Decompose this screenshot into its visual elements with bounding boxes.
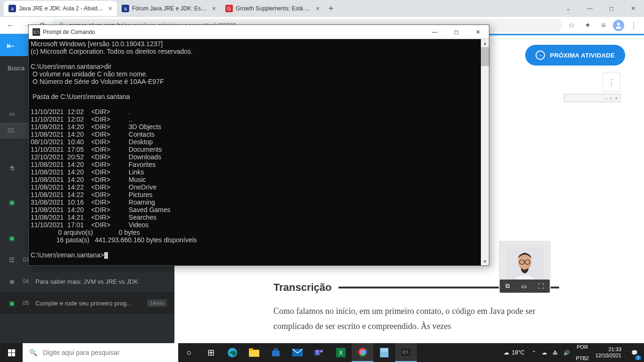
svg-rect-10 <box>274 349 277 351</box>
item-duration: 14min <box>147 299 167 307</box>
network-icon[interactable]: 🖧 <box>550 343 561 362</box>
svg-text:X: X <box>339 350 343 356</box>
cmd-title: Prompt de Comando <box>43 29 424 35</box>
svg-rect-23 <box>381 349 388 350</box>
clock[interactable]: 21:3312/10/2021 <box>592 346 625 359</box>
cmd-close-button[interactable]: ✕ <box>467 25 489 39</box>
scroll-down-icon[interactable]: ▼ <box>481 257 489 265</box>
excel-icon[interactable]: X <box>330 343 352 362</box>
plus-circle-icon: ⊕ <box>8 277 16 286</box>
scroll-up-icon[interactable]: ▲ <box>481 39 489 47</box>
mail-icon[interactable] <box>287 343 308 362</box>
reading-list-icon[interactable]: ≡ <box>597 19 610 32</box>
svg-rect-24 <box>381 351 388 351</box>
cloud-icon: ☁ <box>504 349 509 356</box>
close-icon[interactable]: × <box>316 5 320 12</box>
cortana-icon[interactable]: ○ <box>178 343 200 362</box>
new-tab-button[interactable]: + <box>324 2 338 15</box>
notepad-icon[interactable] <box>373 343 395 362</box>
command-prompt-window[interactable]: C:\ Prompt de Comando ― ◻ ✕ Microsoft Wi… <box>28 25 489 266</box>
edge-icon[interactable] <box>222 343 243 362</box>
transcript-text: Como falamos no início, em um primeiro c… <box>273 304 559 334</box>
maximize-button[interactable]: ◻ <box>601 1 622 16</box>
menu-icon[interactable]: ⋮ <box>627 19 640 32</box>
notifications-button[interactable]: 💬 3 <box>625 343 644 362</box>
scroll-thumb[interactable] <box>481 47 489 66</box>
profile-avatar[interactable] <box>613 20 624 31</box>
svg-rect-7 <box>249 350 259 357</box>
cmd-scrollbar[interactable]: ▲ ▼ <box>481 39 489 265</box>
next-activity-button[interactable]: → PRÓXIMA ATIVIDADE <box>525 45 625 66</box>
windows-logo-icon <box>8 349 15 356</box>
language-indicator[interactable]: PORPTB2 <box>573 343 592 362</box>
teams-icon[interactable]: T <box>308 343 330 362</box>
cmd-icon: C:\ <box>33 28 40 36</box>
back-button[interactable]: ← <box>4 19 17 32</box>
play-icon: ▣ <box>8 299 16 307</box>
star-icon[interactable]: ☆ <box>565 19 578 32</box>
notification-badge: 3 <box>635 355 641 360</box>
chrome-icon[interactable] <box>352 343 373 362</box>
favicon-icon: a <box>8 5 16 12</box>
browser-tab[interactable]: a Fórum Java JRE e JDK: Escreva o s × <box>117 1 221 16</box>
cmd-titlebar[interactable]: C:\ Prompt de Comando ― ◻ ✕ <box>29 25 489 39</box>
volume-icon[interactable]: 🔊 <box>561 343 573 362</box>
pip-layout-icon[interactable]: ▭ <box>521 283 527 290</box>
browser-titlebar: a Java JRE e JDK: Aula 2 - Atividade × a… <box>0 0 644 17</box>
cmd-output[interactable]: Microsoft Windows [versão 10.0.19043.123… <box>29 39 489 265</box>
store-icon[interactable] <box>265 343 287 362</box>
section-number: 02. <box>8 127 16 134</box>
weather-temp: 18°C <box>512 349 525 356</box>
svg-point-21 <box>361 351 364 354</box>
windows-taskbar: 🔍 Digite aqui para pesquisar ○ ⊞ T X C:\… <box>0 343 644 362</box>
task-view-icon[interactable]: ⊞ <box>200 343 222 362</box>
svg-rect-8 <box>249 348 253 351</box>
next-label: PRÓXIMA ATIVIDADE <box>550 52 615 59</box>
browser-tab[interactable]: G Growth Supplements: Está com d × <box>221 1 324 16</box>
play-icon: ▣ <box>8 234 16 242</box>
browser-tab-active[interactable]: a Java JRE e JDK: Aula 2 - Atividade × <box>4 1 117 16</box>
chrome-account-icon[interactable]: ⌄ <box>557 1 579 16</box>
file-explorer-icon[interactable] <box>243 343 265 362</box>
svg-text:T: T <box>316 350 319 355</box>
search-placeholder: Digite aqui para pesquisar <box>43 349 120 356</box>
tab-label: Java JRE e JDK: Aula 2 - Atividade <box>19 5 106 12</box>
pip-controls[interactable]: ⧉ ▭ ⛶ <box>500 280 550 293</box>
svg-text:C:\: C:\ <box>403 350 408 354</box>
options-button[interactable]: ⋮ <box>603 72 620 92</box>
cmd-maximize-button[interactable]: ◻ <box>446 25 467 39</box>
svg-point-0 <box>617 23 620 25</box>
tab-label: Fórum Java JRE e JDK: Escreva o s <box>132 5 209 12</box>
tab-label: Growth Supplements: Está com d <box>236 5 313 12</box>
item-number: 04 <box>23 278 29 285</box>
favicon-icon: G <box>225 5 233 12</box>
cmd-minimize-button[interactable]: ― <box>424 25 446 39</box>
onedrive-tray-icon[interactable]: ☁ <box>539 343 550 362</box>
flask-icon: ⚗ <box>8 164 16 173</box>
minimize-button[interactable]: ― <box>579 1 601 16</box>
weather-widget[interactable]: ☁ 18°C <box>499 349 529 356</box>
notification-icon: 💬 <box>631 350 638 356</box>
list-icon: ☲ <box>8 255 16 264</box>
svg-point-14 <box>320 350 323 353</box>
close-icon[interactable]: × <box>212 5 216 12</box>
item-label: Compile e rode seu primeiro prog... <box>35 300 140 307</box>
close-icon[interactable]: × <box>108 5 112 12</box>
collapse-sidebar-button[interactable]: ⇤ <box>0 35 21 56</box>
start-button[interactable] <box>0 343 23 362</box>
tray-chevron-icon[interactable]: ⌃ <box>529 343 539 362</box>
pip-popout-icon[interactable]: ⧉ <box>505 282 510 290</box>
transcript-heading: Transcrição <box>273 281 332 294</box>
close-button[interactable]: ✕ <box>622 1 644 16</box>
extensions-icon[interactable]: ✦ <box>581 19 594 32</box>
taskbar-search-input[interactable]: 🔍 Digite aqui para pesquisar <box>23 343 178 362</box>
sidebar-item-para-saber-mais[interactable]: ⊕ 04 Para saber mais: JVM vs JRE vs JDK <box>0 271 174 292</box>
cmd-taskbar-icon[interactable]: C:\ <box>395 343 417 362</box>
book-icon: ▭ <box>8 109 16 118</box>
search-icon: 🔍 <box>29 349 37 356</box>
pip-fullscreen-icon[interactable]: ⛶ <box>538 283 544 290</box>
sidebar-item-compile-rode[interactable]: ▣ 05 Compile e rode seu primeiro prog...… <box>0 292 174 314</box>
item-number: 05 <box>23 300 29 306</box>
favicon-icon: a <box>122 5 129 12</box>
item-label: Para saber mais: JVM vs JRE vs JDK <box>35 278 167 285</box>
